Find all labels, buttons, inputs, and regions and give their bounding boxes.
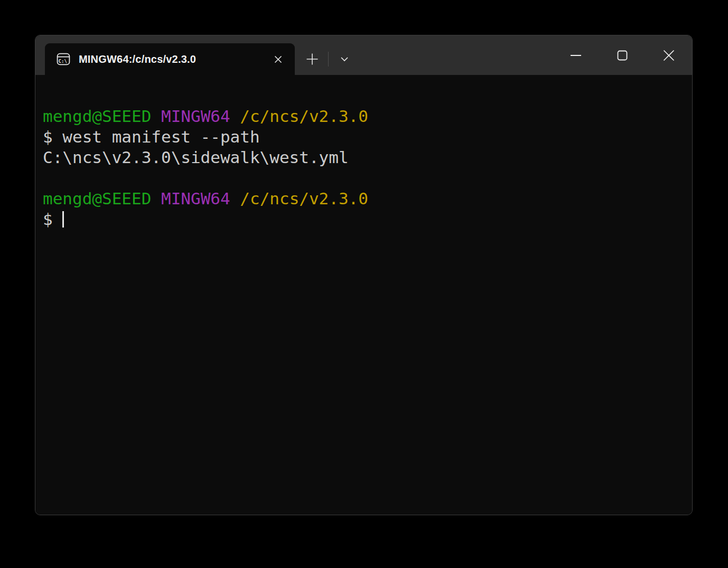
terminal-line: $ west manifest --path bbox=[43, 127, 685, 147]
terminal-line: $ bbox=[43, 209, 685, 230]
tab-close-button[interactable] bbox=[268, 50, 287, 69]
terminal-line: C:\ncs\v2.3.0\sidewalk\west.yml bbox=[43, 147, 685, 168]
new-tab-dropdown-button[interactable] bbox=[332, 47, 357, 71]
tab-actions bbox=[300, 43, 357, 75]
tab-bar-divider bbox=[328, 52, 329, 67]
close-button[interactable] bbox=[646, 35, 692, 75]
terminal-line bbox=[43, 86, 685, 106]
tab-title: MINGW64:/c/ncs/v2.3.0 bbox=[79, 53, 268, 65]
plus-icon bbox=[306, 53, 319, 65]
terminal-cursor bbox=[62, 211, 64, 228]
terminal-line: mengd@SEEED MINGW64 /c/ncs/v2.3.0 bbox=[43, 188, 685, 209]
new-tab-button[interactable] bbox=[300, 47, 324, 71]
title-bar[interactable]: C:\ MINGW64:/c/ncs/v2.3.0 bbox=[35, 35, 692, 75]
terminal-window: C:\ MINGW64:/c/ncs/v2.3.0 bbox=[35, 35, 693, 515]
close-icon bbox=[662, 49, 675, 62]
terminal-output[interactable]: mengd@SEEED MINGW64 /c/ncs/v2.3.0$ west … bbox=[35, 75, 692, 515]
terminal-line: mengd@SEEED MINGW64 /c/ncs/v2.3.0 bbox=[43, 106, 685, 127]
minimize-icon bbox=[570, 50, 582, 61]
maximize-icon bbox=[617, 50, 628, 61]
maximize-button[interactable] bbox=[599, 35, 646, 75]
window-controls bbox=[553, 35, 692, 75]
terminal-line bbox=[43, 168, 685, 188]
close-icon bbox=[273, 54, 283, 64]
tab-mingw64[interactable]: C:\ MINGW64:/c/ncs/v2.3.0 bbox=[45, 43, 295, 75]
chevron-down-icon bbox=[339, 53, 350, 65]
command-prompt-icon: C:\ bbox=[57, 52, 70, 66]
minimize-button[interactable] bbox=[553, 35, 599, 75]
svg-text:C:\: C:\ bbox=[59, 59, 67, 64]
tab-bar: C:\ MINGW64:/c/ncs/v2.3.0 bbox=[35, 35, 357, 75]
